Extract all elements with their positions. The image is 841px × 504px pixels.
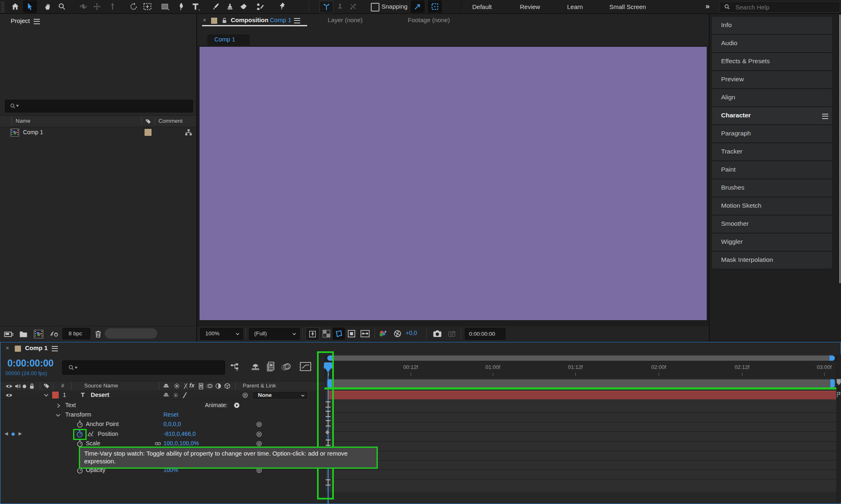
sidebar-item-align[interactable]: Align (712, 89, 832, 107)
work-area-bar[interactable] (327, 380, 835, 387)
timeline-search-box[interactable] (62, 360, 225, 375)
position-label[interactable]: Position (98, 431, 118, 437)
rotation-tool[interactable] (128, 2, 140, 11)
work-area-end-handle[interactable] (830, 379, 835, 387)
workspace-overflow-chevron[interactable]: » (705, 2, 710, 11)
sidebar-item-effects-presets[interactable]: Effects & Presets (712, 53, 832, 71)
scale-value[interactable]: 100,0,100,0% (163, 440, 199, 447)
project-search-box[interactable] (5, 100, 193, 112)
anchor-point-row[interactable]: Anchor Point 0,0,0,0 (0, 419, 325, 429)
position-row[interactable]: ◀ ◆ ▶ Position -810,0,466,0 (0, 429, 325, 439)
selection-tool[interactable] (23, 0, 37, 13)
transform-group-label[interactable]: Transform (65, 411, 91, 418)
type-tool[interactable] (190, 1, 201, 12)
expand-right-arrow[interactable] (56, 403, 60, 408)
fast-previews-button[interactable] (306, 328, 319, 341)
anchor-point-stopwatch-icon[interactable] (76, 420, 84, 428)
layer-shy-switch[interactable] (162, 392, 170, 399)
project-item-name[interactable]: Comp 1 (23, 129, 43, 135)
layer-rasterize-switch[interactable] (172, 392, 179, 399)
project-settings-icon[interactable] (48, 329, 60, 339)
text-group-row[interactable]: Text Animate: (0, 401, 325, 410)
layer-duration-bar[interactable] (328, 391, 836, 399)
composition-panel-menu-icon[interactable] (294, 18, 300, 23)
current-timecode[interactable]: 0:00:00:00 (7, 358, 54, 369)
timeline-tab-label-swatch[interactable] (15, 346, 21, 352)
anchor-point-value[interactable]: 0,0,0,0 (163, 421, 181, 427)
sidebar-item-character[interactable]: Character (712, 107, 832, 125)
layer-expand-arrow[interactable] (43, 393, 49, 397)
world-axis-mode[interactable] (334, 2, 346, 11)
help-search-input[interactable] (735, 2, 837, 12)
layer-label-swatch[interactable] (52, 392, 59, 399)
layer-visibility-eye-icon[interactable] (5, 392, 14, 399)
hand-tool[interactable] (42, 2, 53, 11)
dolly-camera-tool[interactable] (107, 2, 118, 11)
snapping-label[interactable]: Snapping (381, 3, 407, 10)
timeline-panel-menu-icon[interactable] (52, 346, 58, 351)
time-ruler[interactable]: 0:0000:12f01:00f01:12f02:00f02:12f03:00f (325, 361, 837, 379)
orbit-camera-tool[interactable] (77, 2, 90, 11)
next-keyframe-arrow[interactable]: ▶ (18, 431, 22, 436)
draft-3d-icon[interactable] (248, 362, 262, 372)
pick-whip-icon[interactable] (255, 430, 263, 438)
position-value[interactable]: -810,0,466,0 (163, 431, 196, 437)
sidebar-item-audio[interactable]: Audio (712, 35, 832, 53)
exposure-button[interactable] (392, 329, 403, 339)
composition-tab-close[interactable]: × (203, 17, 206, 23)
sidebar-item-paint[interactable]: Paint (712, 161, 832, 179)
keyframe-toggle-diamond[interactable]: ◆ (11, 431, 15, 437)
workspace-tab-learn[interactable]: Learn (567, 3, 583, 10)
character-panel-menu-icon[interactable] (822, 114, 828, 119)
graph-editor-icon[interactable] (298, 360, 313, 373)
pan-camera-tool[interactable] (91, 2, 103, 11)
flowchart-icon[interactable] (184, 128, 193, 137)
sidebar-item-info[interactable]: Info (712, 17, 832, 35)
sidebar-item-brushes[interactable]: Brushes (712, 179, 832, 197)
animate-menu-icon[interactable] (233, 402, 240, 409)
exposure-offset-value[interactable]: +0,0 (406, 330, 417, 336)
snapshot-button[interactable] (431, 328, 443, 339)
composition-mini-flowchart-icon[interactable] (229, 362, 241, 372)
parent-link-column-label[interactable]: Parent & Link (243, 383, 276, 389)
new-folder-icon[interactable] (18, 329, 29, 339)
region-of-interest-button[interactable] (346, 329, 357, 339)
new-composition-icon[interactable] (33, 329, 44, 339)
sidebar-item-tracker[interactable]: Tracker (712, 143, 832, 161)
snap-frame-button[interactable] (428, 0, 442, 13)
position-keyframe-diamond[interactable]: ◆ (325, 428, 330, 435)
transparency-grid-button[interactable] (321, 329, 332, 339)
sidebar-item-smoother[interactable]: Smoother (712, 215, 832, 234)
layer-quality-switch[interactable] (182, 391, 188, 399)
rectangle-tool[interactable] (159, 2, 171, 11)
zoom-tool[interactable] (56, 2, 68, 11)
time-navigator-bar[interactable] (327, 355, 835, 361)
help-search-box[interactable] (719, 1, 840, 13)
pick-whip-icon[interactable] (255, 420, 263, 428)
workspace-tab-small-screen[interactable]: Small Screen (609, 3, 646, 10)
layer-name[interactable]: Desert (91, 392, 109, 398)
interpret-footage-icon[interactable] (3, 329, 15, 339)
time-navigator-start-handle[interactable] (327, 355, 333, 361)
roto-brush-tool[interactable] (254, 1, 266, 12)
scale-label[interactable]: Scale (86, 440, 100, 447)
project-item-row[interactable]: Comp 1 (0, 127, 196, 138)
layer-row[interactable]: 1 T Desert None (0, 390, 325, 400)
home-button[interactable] (10, 2, 21, 11)
parent-dropdown[interactable]: None (252, 391, 308, 400)
comp-marker-bin-icon[interactable] (836, 379, 841, 385)
resolution-dropdown[interactable]: (Full) (249, 328, 300, 340)
timeline-tab-close[interactable]: × (6, 345, 9, 351)
position-stopwatch-icon[interactable] (76, 429, 84, 438)
snapping-checkbox[interactable] (371, 3, 379, 11)
sidebar-item-motion-sketch[interactable]: Motion Sketch (712, 197, 832, 215)
composition-tab-label-swatch[interactable] (211, 18, 217, 24)
local-axis-mode[interactable] (319, 1, 333, 13)
sidebar-scrollbar[interactable] (839, 15, 841, 283)
transform-group-row[interactable]: Transform Reset (0, 410, 325, 419)
workspace-tab-review[interactable]: Review (520, 3, 540, 10)
time-navigator-end-handle[interactable] (830, 355, 835, 361)
project-panel-tab[interactable]: Project (11, 17, 30, 24)
project-panel-menu-icon[interactable] (34, 19, 40, 24)
mini-flowchart-button[interactable] (358, 328, 372, 339)
